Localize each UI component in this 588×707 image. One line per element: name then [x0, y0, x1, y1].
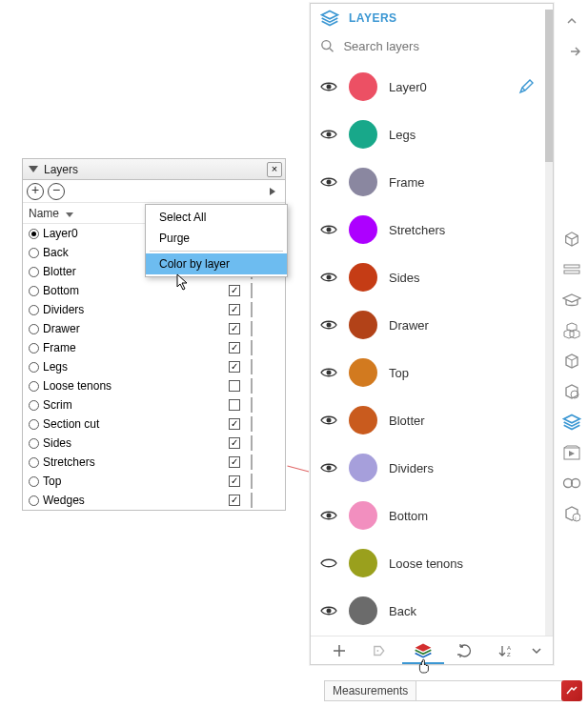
color-swatch[interactable] [251, 454, 253, 470]
layer-row[interactable]: Top [311, 349, 543, 396]
purge-button[interactable] [444, 636, 486, 664]
color-swatch[interactable] [251, 302, 253, 317]
collapse-icon[interactable] [29, 166, 38, 172]
layer-row[interactable]: Sides [311, 253, 543, 301]
color-swatch[interactable] [251, 397, 253, 413]
current-layer-radio[interactable] [29, 476, 39, 487]
instructor-icon[interactable] [561, 259, 582, 280]
layer-row[interactable]: Scrim [23, 395, 285, 414]
materials-icon[interactable] [561, 351, 582, 372]
current-layer-radio[interactable] [29, 400, 39, 411]
current-layer-radio[interactable] [29, 419, 39, 430]
color-swatch[interactable] [349, 501, 377, 530]
sort-button[interactable]: AZ [486, 636, 528, 664]
current-layer-radio[interactable] [29, 248, 39, 258]
color-by-layer-button[interactable] [402, 636, 444, 664]
current-layer-radio[interactable] [29, 362, 39, 373]
layer-row[interactable]: Drawer [311, 301, 543, 349]
search-input[interactable] [341, 38, 543, 54]
tag-options-button[interactable] [360, 636, 402, 664]
more-button[interactable] [528, 636, 545, 664]
color-swatch[interactable] [349, 168, 377, 196]
visibility-toggle[interactable] [320, 223, 337, 236]
color-swatch[interactable] [251, 378, 253, 394]
color-swatch[interactable] [251, 493, 253, 508]
menu-purge[interactable]: Purge [146, 228, 287, 249]
layer-row[interactable]: Legs✓ [23, 357, 285, 376]
color-swatch[interactable] [349, 263, 377, 292]
model-info-icon[interactable]: i [561, 503, 582, 524]
color-swatch[interactable] [349, 120, 377, 149]
color-swatch[interactable] [251, 321, 253, 336]
layer-row[interactable]: Wedges✓ [23, 491, 285, 510]
visibility-toggle[interactable] [320, 80, 337, 93]
visibility-checkbox[interactable]: ✓ [229, 437, 240, 449]
color-swatch[interactable] [251, 435, 253, 451]
layer-row[interactable]: Layer0 [311, 63, 543, 111]
layer-row[interactable]: Legs [311, 111, 543, 158]
visibility-checkbox[interactable]: ✓ [229, 475, 240, 487]
color-swatch[interactable] [349, 72, 377, 101]
flyout-menu-button[interactable] [264, 183, 281, 200]
close-button[interactable]: × [267, 162, 282, 177]
color-swatch[interactable] [251, 283, 253, 298]
visibility-checkbox[interactable]: ✓ [229, 361, 240, 373]
layer-row[interactable]: Dividers [311, 444, 543, 492]
current-layer-radio[interactable] [29, 305, 39, 315]
color-swatch[interactable] [251, 340, 253, 355]
display-icon[interactable] [561, 473, 582, 494]
color-swatch[interactable] [349, 406, 377, 434]
visibility-checkbox[interactable]: ✓ [229, 495, 240, 506]
add-layer-button[interactable] [318, 636, 360, 664]
color-swatch[interactable] [251, 474, 253, 489]
visibility-toggle[interactable] [320, 366, 337, 379]
current-layer-radio[interactable] [29, 343, 39, 354]
visibility-toggle[interactable] [320, 509, 337, 522]
current-layer-radio[interactable] [29, 229, 39, 239]
layer-row[interactable]: Dividers✓ [23, 300, 285, 319]
edit-icon[interactable] [518, 79, 534, 94]
color-swatch[interactable] [349, 311, 377, 339]
current-layer-radio[interactable] [29, 438, 39, 449]
layer-row[interactable]: Frame✓ [23, 338, 285, 357]
layer-row[interactable]: Bottom [311, 492, 543, 539]
layer-row[interactable]: Back [311, 587, 543, 635]
visibility-toggle[interactable] [320, 128, 337, 141]
components-icon[interactable] [561, 320, 582, 341]
current-layer-radio[interactable] [29, 286, 39, 296]
expand-panel-button[interactable] [561, 41, 582, 62]
entity-info-icon[interactable] [561, 229, 582, 250]
visibility-checkbox[interactable]: ✓ [229, 456, 240, 468]
color-swatch[interactable] [251, 416, 253, 432]
visibility-toggle[interactable] [320, 556, 337, 570]
layer-row[interactable]: Sides✓ [23, 434, 285, 453]
visibility-toggle[interactable] [320, 271, 337, 284]
layer-row[interactable]: Bottom✓ [23, 281, 285, 300]
menu-select-all[interactable]: Select All [146, 207, 287, 228]
color-swatch[interactable] [349, 454, 377, 482]
current-layer-radio[interactable] [29, 324, 39, 334]
visibility-toggle[interactable] [320, 318, 337, 332]
color-swatch[interactable] [349, 358, 377, 387]
measurements-input[interactable] [416, 681, 585, 700]
layer-row[interactable]: Top✓ [23, 472, 285, 491]
visibility-checkbox[interactable]: ✓ [229, 304, 240, 315]
menu-color-by-layer[interactable]: Color by layer [146, 253, 287, 274]
visibility-checkbox[interactable] [229, 399, 240, 411]
visibility-checkbox[interactable] [229, 380, 240, 392]
visibility-toggle[interactable] [320, 604, 337, 617]
add-layer-button[interactable]: + [27, 183, 44, 200]
color-swatch[interactable] [349, 596, 377, 625]
current-layer-radio[interactable] [29, 381, 39, 392]
color-swatch[interactable] [349, 215, 377, 244]
scrollbar-thumb[interactable] [545, 10, 553, 162]
current-layer-radio[interactable] [29, 457, 39, 468]
visibility-toggle[interactable] [320, 461, 337, 475]
layer-row[interactable]: Loose tenons [23, 376, 285, 395]
desktop-layers-titlebar[interactable]: Layers × [23, 159, 285, 180]
visibility-toggle[interactable] [320, 414, 337, 427]
color-swatch[interactable] [349, 549, 377, 577]
current-layer-radio[interactable] [29, 267, 39, 277]
color-swatch[interactable] [251, 359, 253, 374]
layers-tray-icon[interactable] [561, 412, 582, 433]
